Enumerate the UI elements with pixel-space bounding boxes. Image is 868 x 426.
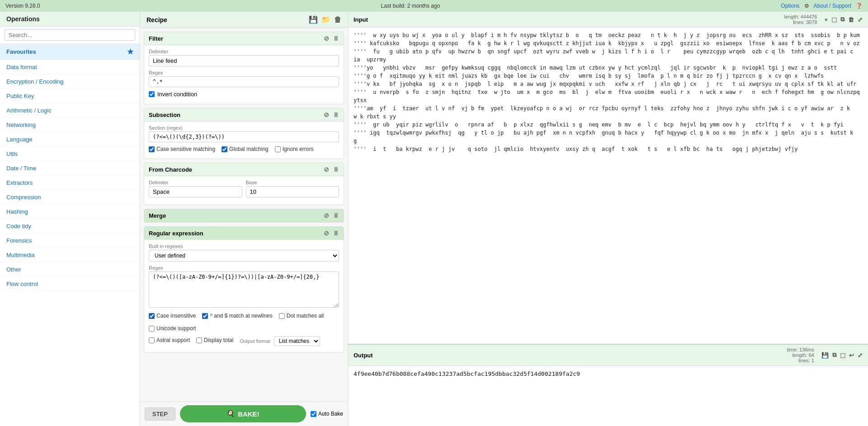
sidebar-item-code-tidy[interactable]: Code tidy: [0, 219, 140, 234]
filter-card: Filter ⊘ ⏸ Delimiter Regex: [144, 32, 344, 104]
case-insensitive-checkbox[interactable]: [149, 313, 155, 319]
builtin-regex-select[interactable]: User defined: [149, 250, 339, 262]
sidebar-item-arithmetic-logic[interactable]: Arithmetic / Logic: [0, 103, 140, 118]
question-icon: ❓: [856, 3, 863, 9]
input-window-icon[interactable]: ⬚: [831, 16, 837, 23]
subsection-section-input[interactable]: [149, 131, 339, 142]
output-format-row: Output format List matches: [240, 336, 320, 346]
display-total-label: Display total: [204, 337, 233, 343]
and-dollar-label: ^ and $ match at newlines: [210, 313, 272, 319]
bake-button[interactable]: 🍳 BAKE!: [180, 405, 306, 422]
sidebar-item-other[interactable]: Other: [0, 262, 140, 277]
output-save-icon[interactable]: 💾: [821, 352, 829, 359]
display-total-item: Display total: [196, 337, 233, 343]
input-lines: 3078: [806, 19, 817, 25]
from-charcode-pause-icon[interactable]: ⏸: [333, 166, 339, 173]
sidebar-item-forensics[interactable]: Forensics: [0, 234, 140, 248]
from-charcode-disable-icon[interactable]: ⊘: [324, 166, 329, 173]
sidebar-item-utils[interactable]: Utils: [0, 147, 140, 161]
input-section: Input length: 444476 lines: 3078 + ⬚ ⧉ 🗑…: [348, 12, 868, 345]
regex-disable-icon[interactable]: ⊘: [324, 229, 329, 237]
filter-delimiter-label: Delimiter: [149, 49, 339, 54]
input-add-icon[interactable]: +: [824, 16, 828, 23]
recipe-title: Recipe: [146, 16, 167, 23]
sidebar-item-extractors[interactable]: Extractors: [0, 176, 140, 190]
sidebar-item-encryption-encoding[interactable]: Encryption / Encoding: [0, 75, 140, 89]
auto-bake-container: Auto Bake: [311, 411, 343, 417]
subsection-body: Section (regex) Case sensitive matching …: [144, 122, 344, 159]
unicode-checkbox[interactable]: [149, 326, 155, 332]
input-expand-icon[interactable]: ⤢: [858, 16, 863, 23]
version-label: Version 9.28.0: [5, 3, 40, 9]
subsection-pause-icon[interactable]: ⏸: [333, 111, 339, 118]
merge-pause-icon[interactable]: ⏸: [333, 212, 339, 219]
save-icon[interactable]: 💾: [309, 15, 318, 24]
regex-pause-icon[interactable]: ⏸: [333, 229, 339, 237]
input-copy-icon[interactable]: ⧉: [840, 16, 844, 23]
sidebar-item-multimedia[interactable]: Multimedia: [0, 248, 140, 262]
sidebar-item-flow-control[interactable]: Flow control: [0, 277, 140, 291]
search-input[interactable]: [5, 29, 135, 41]
ignore-errors-checkbox[interactable]: [275, 146, 281, 152]
dot-matches-label: Dot matches all: [287, 313, 324, 319]
astral-label: Astral support: [156, 337, 190, 343]
step-button[interactable]: STEP: [145, 407, 175, 421]
sidebar-item-hashing[interactable]: Hashing: [0, 205, 140, 219]
sidebar-item-language[interactable]: Language: [0, 132, 140, 147]
filter-header: Filter ⊘ ⏸: [144, 32, 344, 45]
filter-delimiter-input[interactable]: [149, 55, 339, 66]
from-charcode-base-label: Base: [246, 180, 340, 185]
display-total-checkbox[interactable]: [196, 337, 202, 343]
merge-disable-icon[interactable]: ⊘: [324, 212, 329, 219]
sidebar: Operations Favourites★Data formatEncrypt…: [0, 12, 140, 426]
filter-regex-input[interactable]: [149, 76, 339, 87]
astral-item: Astral support: [149, 337, 190, 343]
input-clear-icon[interactable]: 🗑: [848, 16, 854, 23]
folder-icon[interactable]: 📁: [321, 15, 330, 24]
io-panel: Input length: 444476 lines: 3078 + ⬚ ⧉ 🗑…: [348, 12, 868, 426]
invert-condition-checkbox[interactable]: [149, 91, 155, 97]
case-sensitive-checkbox[interactable]: [149, 146, 155, 152]
auto-bake-checkbox[interactable]: [311, 411, 316, 417]
output-expand-icon[interactable]: ⤢: [858, 352, 863, 359]
about-link[interactable]: About / Support: [814, 3, 851, 9]
sidebar-item-public-key[interactable]: Public Key: [0, 89, 140, 103]
from-charcode-delimiter-label: Delimiter: [149, 180, 242, 185]
regular-expression-header: Regular expression ⊘ ⏸: [144, 227, 344, 240]
unicode-item: Unicode support: [149, 325, 196, 332]
dot-matches-checkbox[interactable]: [279, 313, 285, 319]
sidebar-item-favourites[interactable]: Favourites★: [0, 44, 140, 60]
subsection-disable-icon[interactable]: ⊘: [324, 111, 329, 118]
output-copy-icon[interactable]: ⧉: [832, 351, 836, 359]
sidebar-item-date-time[interactable]: Date / Time: [0, 161, 140, 176]
filter-disable-icon[interactable]: ⊘: [324, 35, 329, 42]
options-link[interactable]: Options: [781, 3, 799, 9]
and-dollar-checkbox[interactable]: [202, 313, 208, 319]
filter-regex-group: Regex: [149, 70, 339, 87]
subsection-checkbox-row: Case sensitive matching Global matching …: [149, 146, 339, 152]
output-section: Output time: 136ms length: 64 lines: 1 💾…: [348, 345, 868, 426]
filter-pause-icon[interactable]: ⏸: [333, 35, 339, 42]
output-content[interactable]: 4f9ee40b7d76b088cefa490c13237ad5bcfac195…: [348, 366, 868, 426]
output-window-icon[interactable]: ⬚: [840, 352, 845, 359]
output-undo-icon[interactable]: ↩: [849, 352, 854, 359]
output-time: 136ms: [799, 347, 814, 352]
bake-label: BAKE!: [238, 410, 259, 418]
case-sensitive-label: Case sensitive matching: [156, 146, 215, 152]
from-charcode-base-input[interactable]: [246, 186, 340, 197]
sidebar-item-data-format[interactable]: Data format: [0, 60, 140, 75]
from-charcode-fields: Delimiter Base: [149, 180, 339, 201]
merge-card: Merge ⊘ ⏸: [144, 209, 344, 223]
sidebar-item-compression[interactable]: Compression: [0, 190, 140, 205]
output-length: 64: [809, 352, 814, 358]
regex-textarea[interactable]: (?<=\()([a-zA-Z0-9+/=]{1})?=\))|[a-zA-Z0…: [149, 272, 339, 308]
trash-icon[interactable]: 🗑: [334, 16, 341, 24]
global-matching-checkbox[interactable]: [222, 146, 227, 152]
from-charcode-delimiter-input[interactable]: [149, 186, 242, 197]
output-format-select[interactable]: List matches: [274, 336, 320, 346]
sidebar-item-networking[interactable]: Networking: [0, 118, 140, 132]
astral-checkbox[interactable]: [149, 337, 155, 343]
input-content[interactable]: '''' w xy uys bu wj x yoa o ul y blapf i…: [348, 28, 868, 344]
regular-expression-card: Regular expression ⊘ ⏸ Built in regexes …: [144, 226, 344, 353]
filter-header-icons: ⊘ ⏸: [324, 35, 339, 42]
